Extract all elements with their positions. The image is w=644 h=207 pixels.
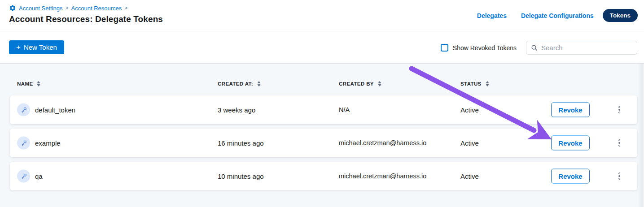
page-header: Account Settings > Account Resources > A… bbox=[0, 0, 644, 31]
toolbar: + New Token Show Revoked Tokens bbox=[0, 32, 644, 64]
tab-delegate-configurations[interactable]: Delegate Configurations bbox=[521, 12, 594, 19]
token-created-by: michael.cretzman@harness.io bbox=[339, 172, 426, 180]
settings-gear-icon bbox=[9, 4, 16, 12]
show-revoked-checkbox[interactable] bbox=[441, 44, 448, 52]
column-header-name: NAME bbox=[17, 81, 40, 86]
token-status: Active bbox=[460, 172, 479, 180]
revoke-button[interactable]: Revoke bbox=[551, 136, 590, 151]
token-created-at: 3 weeks ago bbox=[218, 106, 255, 114]
token-created-by: michael.cretzman@harness.io bbox=[339, 139, 426, 147]
column-label: NAME bbox=[17, 81, 33, 86]
token-status: Active bbox=[460, 139, 479, 147]
column-header-status: STATUS bbox=[460, 81, 489, 86]
column-header-created-by: CREATED BY bbox=[339, 81, 381, 86]
column-label: CREATED BY bbox=[339, 81, 374, 86]
token-key-icon bbox=[17, 104, 30, 116]
table-row-qa[interactable]: qa 10 minutes ago michael.cretzman@harne… bbox=[10, 162, 637, 190]
sort-icon[interactable] bbox=[378, 81, 381, 86]
token-name: example bbox=[35, 139, 61, 147]
search-input[interactable] bbox=[541, 44, 632, 52]
column-header-created-at: CREATED AT: bbox=[218, 81, 261, 86]
sort-icon[interactable] bbox=[37, 81, 40, 86]
token-created-at: 10 minutes ago bbox=[218, 172, 264, 180]
sort-icon[interactable] bbox=[257, 81, 261, 86]
token-name: default_token bbox=[35, 106, 75, 114]
tab-delegates[interactable]: Delegates bbox=[477, 12, 507, 19]
row-menu-kebab-icon[interactable] bbox=[617, 104, 622, 115]
header-tabs: Delegates Delegate Configurations Tokens bbox=[477, 9, 638, 22]
column-label: CREATED AT: bbox=[218, 81, 253, 86]
revoke-button[interactable]: Revoke bbox=[551, 103, 590, 117]
breadcrumb-separator: > bbox=[66, 5, 69, 11]
search-box bbox=[526, 41, 637, 55]
breadcrumb: Account Settings > Account Resources > bbox=[9, 4, 127, 12]
page-title: Account Resources: Delegate Tokens bbox=[9, 14, 163, 24]
token-status: Active bbox=[460, 106, 479, 114]
table-row-example[interactable]: example 16 minutes ago michael.cretzman@… bbox=[10, 129, 637, 157]
right-edge-fade bbox=[638, 64, 644, 207]
tab-tokens-active[interactable]: Tokens bbox=[603, 9, 638, 22]
breadcrumb-account-settings[interactable]: Account Settings bbox=[19, 5, 63, 12]
tokens-table: NAME CREATED AT: CREATED BY STATUS defau… bbox=[0, 64, 644, 207]
token-created-by: N/A bbox=[339, 106, 350, 113]
row-menu-kebab-icon[interactable] bbox=[617, 171, 622, 181]
column-label: STATUS bbox=[460, 81, 482, 86]
token-key-icon bbox=[17, 137, 30, 150]
token-name: qa bbox=[35, 172, 43, 180]
token-key-icon bbox=[17, 170, 30, 183]
toolbar-right: Show Revoked Tokens bbox=[441, 41, 637, 55]
search-icon bbox=[531, 44, 538, 51]
plus-icon: + bbox=[16, 43, 21, 51]
token-created-at: 16 minutes ago bbox=[218, 139, 264, 147]
revoke-button[interactable]: Revoke bbox=[551, 169, 590, 184]
new-token-label: New Token bbox=[24, 43, 57, 51]
table-row-default-token[interactable]: default_token 3 weeks ago N/A Active Rev… bbox=[10, 95, 637, 124]
breadcrumb-account-resources[interactable]: Account Resources bbox=[71, 5, 122, 12]
breadcrumb-separator: > bbox=[124, 5, 127, 11]
row-menu-kebab-icon[interactable] bbox=[617, 138, 622, 148]
show-revoked-label: Show Revoked Tokens bbox=[453, 44, 517, 52]
sort-icon[interactable] bbox=[486, 81, 489, 86]
new-token-button[interactable]: + New Token bbox=[9, 40, 64, 54]
